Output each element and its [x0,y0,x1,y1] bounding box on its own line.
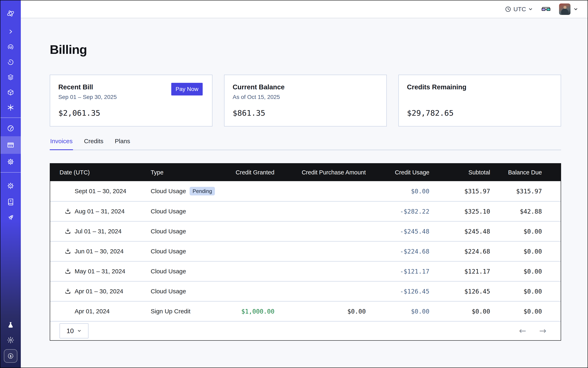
pager-arrows: ← → [519,327,546,335]
billing-tabs: InvoicesCreditsPlans [50,138,561,150]
column-header: Credit Usage [366,169,429,176]
sidebar-item-layers[interactable] [0,70,21,85]
pay-now-button[interactable]: Pay Now [171,83,203,95]
pricing-dollar-icon: $ [7,352,15,360]
timer-icon [7,59,14,66]
subtotal-value: $315.97 [464,188,490,195]
chevron-right-icon [7,28,14,35]
download-invoice-icon[interactable] [64,228,71,235]
brightness-sun-icon [7,336,14,344]
gauge-icon [7,124,15,132]
sidebar-item-theme[interactable] [0,332,21,348]
timezone-selector[interactable]: UTC [505,6,533,13]
download-invoice-icon[interactable] [64,288,71,295]
recent-bill-card: Recent Bill Sep 01 – Sep 30, 2025 $2,061… [50,75,212,127]
sidebar-item-observe[interactable] [0,40,21,55]
invoice-date: Jun 01 – 30, 2024 [75,248,124,255]
invoice-row: Apr 01, 2024Sign Up Credit$1,000.00$0.00… [50,301,561,321]
invoice-date: Apr 01 – 30, 2024 [75,288,123,295]
glasses-icon [541,7,551,12]
credit-usage-value: -$282.22 [400,208,430,215]
table-body: Sept 01 – 30, 2024Cloud UsagePending$0.0… [50,181,561,321]
current-balance-card: Current Balance As of Oct 15, 2025 $861.… [224,75,387,127]
tab-plans[interactable]: Plans [114,138,130,150]
tab-invoices[interactable]: Invoices [50,138,73,150]
settings-gear-icon [7,158,15,166]
rocket-icon [7,214,15,221]
invoice-date: Aug 01 – 31, 2024 [75,208,125,215]
page-size-value: 10 [66,327,74,335]
sidebar-item-billing[interactable] [0,136,21,154]
column-header: Credit Granted [221,169,274,176]
invoices-table: Date (UTC)TypeCredit GrantedCredit Purch… [50,163,561,341]
balance-due-value: $0.00 [524,288,542,295]
icon-spacer [64,308,71,315]
main-area: UTC Billing [21,0,588,368]
eye-iris-icon [7,44,14,51]
column-header: Date (UTC) [50,169,151,176]
page-title: Billing [50,42,561,57]
download-invoice-icon[interactable] [64,208,71,215]
invoice-type: Cloud Usage [151,288,186,295]
credit-usage-value: -$245.48 [400,228,430,235]
prev-page-button[interactable]: ← [519,327,526,335]
sidebar-item-docs[interactable] [0,194,21,210]
credit-usage-value: -$126.45 [400,288,430,295]
next-page-button[interactable]: → [539,327,546,335]
invoice-row: May 01 – 31, 2024Cloud Usage-$121.17$121… [50,261,561,281]
clock-icon [505,6,511,12]
summary-cards: Recent Bill Sep 01 – Sep 30, 2025 $2,061… [50,75,561,127]
chevron-down-icon [528,7,533,12]
credit-granted-value: $1,000.00 [241,308,274,315]
credit-usage-value: -$224.68 [400,248,430,255]
logo-orbit-icon [7,9,15,18]
status-badge: Pending [190,187,215,195]
sidebar-item-fleet[interactable] [0,178,21,194]
balance-due-value: $0.00 [524,248,542,255]
reader-mode-button[interactable] [541,7,551,12]
sidebar-divider [0,172,21,173]
sidebar-item-labs[interactable] [0,317,21,332]
invoice-date: Jul 01 – 31, 2024 [75,228,121,235]
tab-credits[interactable]: Credits [84,138,104,150]
pagination-bar: 10 ← → [50,321,561,340]
invoice-row: Jul 01 – 31, 2024Cloud Usage-$245.48$245… [50,221,561,241]
column-header: Type [151,169,221,176]
chevron-down-icon [77,329,81,333]
flask-icon [7,322,14,328]
subtotal-value: $325.10 [464,208,490,215]
cube-icon [7,89,14,96]
sidebar-collapse-button[interactable] [0,24,21,40]
download-invoice-icon[interactable] [64,248,71,255]
credits-remaining-card: Credits Remaining $29,782.65 [398,75,561,127]
download-invoice-icon[interactable] [64,268,71,275]
balance-as-of: As of Oct 15, 2025 [233,94,378,100]
sidebar-item-cube[interactable] [0,85,21,100]
sidebar-item-launch[interactable] [0,210,21,226]
credit-purchase-value: $0.00 [347,308,366,315]
invoice-type: Cloud Usage [151,268,186,275]
sidebar-logo[interactable] [0,3,21,24]
sidebar-item-timer[interactable] [0,55,21,70]
sidebar-item-functions[interactable] [0,100,21,115]
current-balance-amount: $861.35 [233,109,265,118]
column-header: Balance Due [490,169,561,176]
invoice-type: Cloud Usage [151,228,186,235]
credits-remaining-amount: $29,782.65 [407,109,454,118]
user-menu[interactable] [559,3,578,15]
sidebar-divider [0,118,21,118]
timezone-label: UTC [513,6,526,13]
docs-book-icon [7,198,15,206]
column-header: Subtotal [429,169,490,176]
billing-page: Billing Recent Bill Sep 01 – Sep 30, 202… [21,18,588,341]
credit-usage-value: -$121.17 [400,268,430,275]
page-size-select[interactable]: 10 [60,323,89,338]
invoice-date: Apr 01, 2024 [75,308,110,315]
invoice-type: Cloud Usage [151,248,186,255]
invoice-date: Sept 01 – 30, 2024 [75,188,127,195]
sidebar-item-pricing[interactable]: $ [4,349,17,363]
sidebar-item-settings[interactable] [0,154,21,170]
sidebar-item-dashboard[interactable] [0,120,21,136]
topbar: UTC [21,0,588,18]
invoice-row: Jun 01 – 30, 2024Cloud Usage-$224.68$224… [50,241,561,261]
